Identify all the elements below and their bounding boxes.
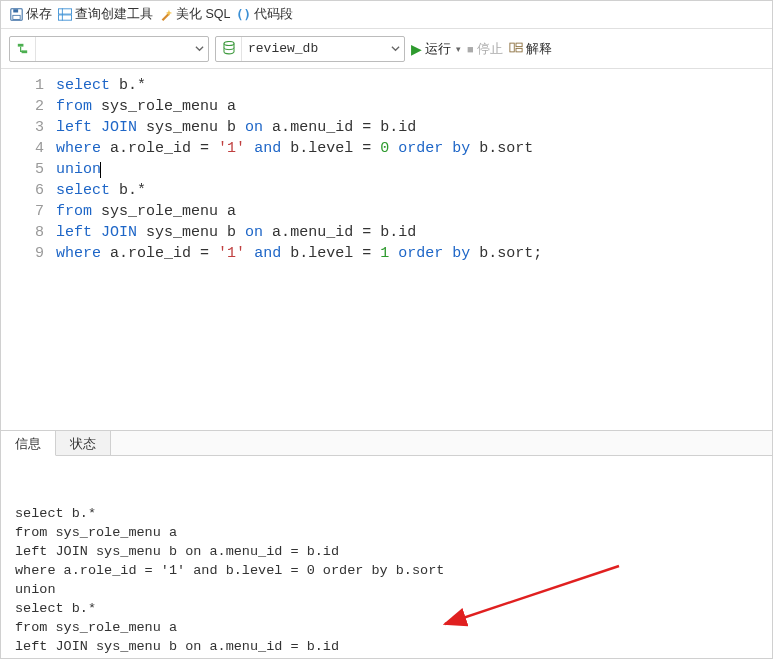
connection-select[interactable] bbox=[9, 36, 209, 62]
svg-rect-2 bbox=[12, 15, 19, 19]
query-builder-button[interactable]: 查询创建工具 bbox=[58, 6, 153, 23]
chevron-down-icon bbox=[190, 44, 208, 53]
code-line[interactable]: union bbox=[56, 159, 542, 180]
svg-rect-3 bbox=[58, 9, 71, 14]
line-number: 3 bbox=[1, 117, 44, 138]
line-number: 7 bbox=[1, 201, 44, 222]
save-icon bbox=[9, 8, 23, 22]
code-line[interactable]: left JOIN sys_menu b on a.menu_id = b.id bbox=[56, 117, 542, 138]
tab-state[interactable]: 状态 bbox=[56, 431, 111, 455]
code-snippet-icon: () bbox=[237, 8, 251, 22]
svg-point-6 bbox=[224, 42, 234, 46]
line-number: 1 bbox=[1, 75, 44, 96]
output-line: where a.role_id = '1' and b.level = 1 or… bbox=[15, 656, 758, 658]
code-line[interactable]: from sys_role_menu a bbox=[56, 96, 542, 117]
beautify-sql-button[interactable]: 美化 SQL bbox=[159, 6, 231, 23]
explain-icon bbox=[509, 41, 523, 57]
query-builder-icon bbox=[58, 8, 72, 22]
line-number: 5 bbox=[1, 159, 44, 180]
run-button[interactable]: ▶ 运行 ▾ bbox=[411, 40, 461, 58]
code-line[interactable]: left JOIN sys_menu b on a.menu_id = b.id bbox=[56, 222, 542, 243]
line-number: 8 bbox=[1, 222, 44, 243]
line-number: 2 bbox=[1, 96, 44, 117]
svg-rect-7 bbox=[510, 43, 514, 52]
explain-button[interactable]: 解释 bbox=[509, 40, 552, 58]
output-line: where a.role_id = '1' and b.level = 0 or… bbox=[15, 561, 758, 580]
play-icon: ▶ bbox=[411, 41, 422, 57]
sql-editor[interactable]: 123456789 select b.*from sys_role_menu a… bbox=[1, 69, 772, 430]
output-line: from sys_role_menu a bbox=[15, 618, 758, 637]
database-value: review_db bbox=[242, 41, 386, 56]
beautify-label: 美化 SQL bbox=[176, 6, 231, 23]
main-toolbar: 保存 查询创建工具 美化 SQL () 代码段 bbox=[1, 1, 772, 29]
line-number: 9 bbox=[1, 243, 44, 264]
output-line: select b.* bbox=[15, 504, 758, 523]
query-builder-label: 查询创建工具 bbox=[75, 6, 153, 23]
code-line[interactable]: where a.role_id = '1' and b.level = 0 or… bbox=[56, 138, 542, 159]
line-number: 6 bbox=[1, 180, 44, 201]
output-line: left JOIN sys_menu b on a.menu_id = b.id bbox=[15, 542, 758, 561]
output-line: from sys_role_menu a bbox=[15, 523, 758, 542]
line-gutter: 123456789 bbox=[1, 69, 56, 430]
stop-label: 停止 bbox=[477, 40, 503, 58]
tab-info[interactable]: 信息 bbox=[1, 431, 56, 456]
svg-rect-8 bbox=[516, 43, 522, 47]
database-icon bbox=[216, 37, 242, 61]
dropdown-caret-icon: ▾ bbox=[456, 44, 461, 54]
code-line[interactable]: select b.* bbox=[56, 180, 542, 201]
svg-rect-4 bbox=[58, 15, 71, 20]
code-line[interactable]: select b.* bbox=[56, 75, 542, 96]
text-caret bbox=[100, 162, 101, 178]
chevron-down-icon bbox=[386, 44, 404, 53]
output-line: select b.* bbox=[15, 599, 758, 618]
code-area[interactable]: select b.*from sys_role_menu aleft JOIN … bbox=[56, 69, 542, 430]
database-select[interactable]: review_db bbox=[215, 36, 405, 62]
output-pane: select b.*from sys_role_menu aleft JOIN … bbox=[1, 456, 772, 658]
stop-icon: ■ bbox=[467, 43, 474, 55]
result-tabs: 信息 状态 bbox=[1, 430, 772, 456]
stop-button: ■ 停止 bbox=[467, 40, 503, 58]
output-line: union bbox=[15, 580, 758, 599]
line-number: 4 bbox=[1, 138, 44, 159]
output-line: left JOIN sys_menu b on a.menu_id = b.id bbox=[15, 637, 758, 656]
connection-toolbar: review_db ▶ 运行 ▾ ■ 停止 解释 bbox=[1, 29, 772, 69]
connection-icon bbox=[10, 37, 36, 61]
code-line[interactable]: where a.role_id = '1' and b.level = 1 or… bbox=[56, 243, 542, 264]
beautify-icon bbox=[159, 8, 173, 22]
code-snippet-button[interactable]: () 代码段 bbox=[237, 6, 293, 23]
save-label: 保存 bbox=[26, 6, 52, 23]
code-snippet-label: 代码段 bbox=[254, 6, 293, 23]
svg-rect-9 bbox=[516, 48, 522, 52]
svg-rect-1 bbox=[13, 9, 18, 12]
code-line[interactable]: from sys_role_menu a bbox=[56, 201, 542, 222]
run-label: 运行 bbox=[425, 40, 451, 58]
save-button[interactable]: 保存 bbox=[9, 6, 52, 23]
explain-label: 解释 bbox=[526, 40, 552, 58]
